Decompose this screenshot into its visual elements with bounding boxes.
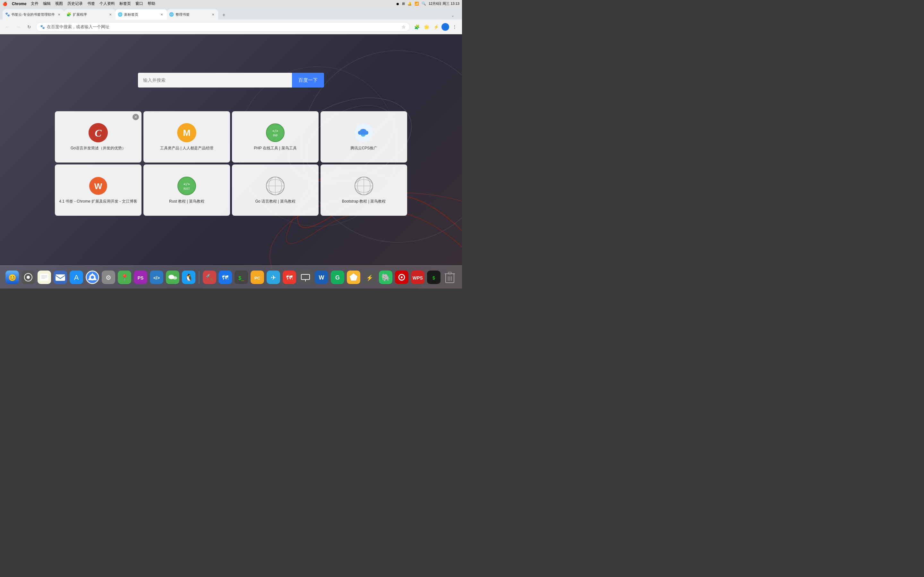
dock-pycharm[interactable]: PC	[250, 269, 264, 285]
tab-1[interactable]: 🐾 书签云-专业的书签管理软件 ✕	[3, 9, 64, 19]
shortcut-php[interactable]: </> PHP PHP 在线工具 | 菜鸟工具	[232, 111, 318, 163]
svg-point-30	[27, 276, 30, 279]
dock-vscode[interactable]: </>	[150, 269, 164, 285]
address-input-wrap[interactable]: 🐾 在百度中搜索，或者输入一个网址 ☆	[36, 22, 410, 32]
dock-mail[interactable]	[53, 269, 67, 285]
svg-text:✈: ✈	[271, 274, 276, 281]
bookmark-star-icon[interactable]: ☆	[402, 24, 406, 29]
menu-help[interactable]: 帮助	[148, 1, 155, 6]
extension-icon-1[interactable]: 🧩	[413, 23, 421, 31]
dock-hammerspoon[interactable]: 🔨	[202, 269, 216, 285]
shortcut-rust[interactable]: </> RUST Rust 教程 | 菜鸟教程	[144, 164, 230, 216]
shortcut-title-2: 工具类产品 | 人人都是产品经理	[158, 145, 216, 151]
address-favicon: 🐾	[40, 25, 45, 29]
tab-2-close[interactable]: ✕	[108, 12, 113, 17]
dock-launchpad[interactable]	[21, 269, 35, 285]
dock-appstore[interactable]: A	[69, 269, 83, 285]
dock-grammarly[interactable]: G	[330, 269, 344, 285]
dock-surge[interactable]: ⚡	[363, 269, 376, 285]
dock-terminal[interactable]: $	[427, 269, 441, 285]
shortcut-chrome-ext[interactable]: W 4.1 书签 - Chrome 扩展及应用开发 - 文江博客	[55, 164, 142, 216]
svg-text:🔨: 🔨	[205, 274, 213, 282]
menu-window[interactable]: 窗口	[136, 1, 143, 6]
shortcut-tencent[interactable]: 腾讯云CPS推广	[320, 111, 407, 163]
shortcut-icon-2: M	[177, 123, 196, 142]
dock-evernote[interactable]: 🐘	[379, 269, 393, 285]
address-text: 在百度中搜索，或者输入一个网址	[47, 24, 400, 30]
tab-4-close[interactable]: ✕	[210, 12, 216, 17]
dock-remote[interactable]	[298, 269, 312, 285]
svg-text:G: G	[335, 274, 340, 281]
tab-dropdown[interactable]: ⌄	[449, 11, 457, 19]
tab-2-favicon: 🧩	[67, 12, 71, 17]
dock-telegram[interactable]: ✈	[266, 269, 280, 285]
tab-3-title: 新标签页	[124, 12, 158, 17]
svg-text:🐧: 🐧	[184, 273, 193, 282]
apple-menu[interactable]: 🍎	[3, 2, 7, 6]
dock-wechat[interactable]	[166, 269, 180, 285]
extension-icon-2[interactable]: 🌟	[422, 23, 431, 31]
dock-finder[interactable]: 😊	[5, 269, 19, 285]
shortcut-go-lang[interactable]: ✕ C Go语言并发简述（并发的优势）	[55, 111, 142, 163]
dock-mindmap[interactable]: 🗺	[218, 269, 233, 285]
svg-text:A: A	[74, 274, 79, 282]
dock-notes[interactable]	[37, 269, 51, 285]
svg-text:🐘: 🐘	[381, 273, 391, 282]
tab-1-close[interactable]: ✕	[57, 12, 61, 17]
forward-button[interactable]: →	[14, 23, 23, 31]
shortcut-icon-4	[354, 123, 373, 142]
menu-view[interactable]: 视图	[55, 1, 63, 6]
shortcut-title-8: Bootstrap 教程 | 菜鸟教程	[339, 199, 388, 204]
tab-3-close[interactable]: ✕	[159, 12, 164, 17]
menu-edit[interactable]: 编辑	[43, 1, 51, 6]
dock-prefs[interactable]: ⚙	[102, 269, 115, 285]
back-button[interactable]: ←	[3, 23, 11, 31]
tab-2-title: 扩展程序	[73, 12, 106, 17]
shortcut-remove-1[interactable]: ✕	[132, 114, 139, 120]
menu-profile[interactable]: 个人资料	[99, 1, 115, 6]
dock-amap[interactable]: 🗺	[282, 269, 296, 285]
app-name[interactable]: Chrome	[12, 2, 26, 6]
dock-chrome[interactable]	[86, 269, 99, 285]
more-menu-button[interactable]: ⋮	[451, 23, 459, 31]
menu-bar-left: 🍎 Chrome 文件 编辑 视图 历史记录 书签 个人资料 标签页 窗口 帮助	[3, 1, 155, 6]
menu-tabs[interactable]: 标签页	[120, 1, 131, 6]
svg-text:PC: PC	[254, 276, 260, 280]
menu-file[interactable]: 文件	[31, 1, 39, 6]
refresh-button[interactable]: ↻	[25, 23, 33, 31]
dock-trash[interactable]	[443, 269, 457, 285]
toolbar-icons: 🧩 🌟 ⚡ 👤 ⋮	[413, 23, 459, 31]
svg-text:W: W	[94, 181, 102, 191]
dock-qq[interactable]: 🐧	[182, 269, 196, 285]
dock-word[interactable]: W	[314, 269, 328, 285]
search-menu-icon[interactable]: 🔍	[422, 2, 426, 6]
search-input[interactable]	[138, 73, 292, 87]
extension-icon-3[interactable]: ⚡	[432, 23, 440, 31]
shortcut-icon-7	[266, 176, 285, 195]
menu-bar-right: ⏺ ⊞ 🔔 📶 🔍 12月6日 周三 13:13	[396, 1, 459, 6]
menu-bookmarks[interactable]: 书签	[87, 1, 95, 6]
shortcut-meili[interactable]: M 工具类产品 | 人人都是产品经理	[144, 111, 230, 163]
dock-iterm[interactable]: $_	[234, 269, 248, 285]
profile-avatar[interactable]: 👤	[441, 23, 449, 31]
tab-2[interactable]: 🧩 扩展程序 ✕	[64, 9, 115, 19]
dock-sketch[interactable]	[347, 269, 360, 285]
shortcut-bootstrap[interactable]: Bootstrap 教程 | 菜鸟教程	[320, 164, 407, 216]
svg-text:🗺: 🗺	[222, 274, 228, 281]
wifi-icon: 📶	[415, 2, 419, 6]
dock-wps[interactable]: WPS	[411, 269, 425, 285]
main-content: 百度一下 ✕ C Go语言并发简述（并发的优势）	[0, 34, 462, 288]
dock-phpstorm[interactable]: PS	[134, 269, 148, 285]
dock-maps[interactable]: 📍	[118, 269, 132, 285]
svg-text:M: M	[183, 128, 190, 138]
svg-rect-37	[55, 274, 65, 281]
search-button[interactable]: 百度一下	[292, 73, 324, 87]
menu-history[interactable]: 历史记录	[67, 1, 83, 6]
shortcut-title-7: Go 语言教程 | 菜鸟教程	[252, 199, 298, 204]
shortcut-go[interactable]: Go 语言教程 | 菜鸟教程	[232, 164, 318, 216]
svg-text:PHP: PHP	[273, 134, 278, 137]
dock-netease[interactable]	[395, 269, 409, 285]
tab-3[interactable]: 🌐 新标签页 ✕	[115, 9, 167, 19]
tab-4[interactable]: 🌐 整理书签 ✕	[167, 9, 218, 19]
new-tab-button[interactable]: +	[220, 11, 228, 19]
